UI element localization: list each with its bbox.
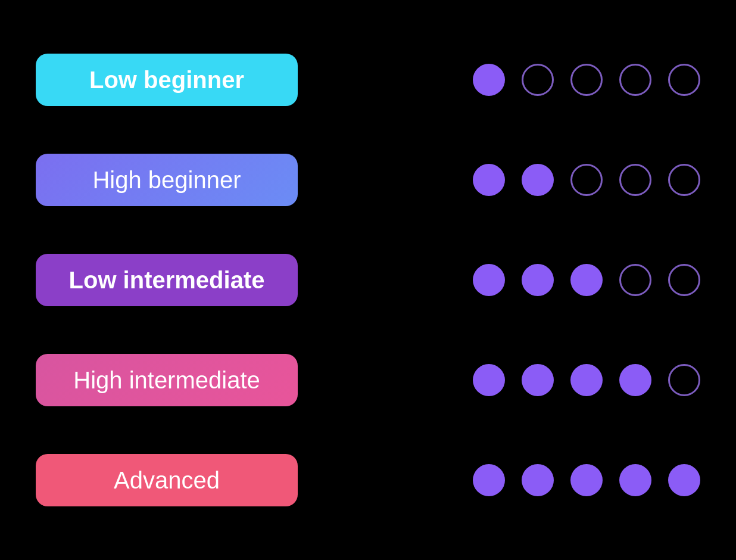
dot-advanced-2: [522, 464, 554, 496]
dot-high-intermediate-1: [473, 364, 505, 396]
level-row-low-beginner: Low beginner: [36, 30, 700, 130]
dot-advanced-1: [473, 464, 505, 496]
level-row-high-beginner: High beginner: [36, 130, 700, 230]
dot-low-beginner-1: [473, 64, 505, 96]
badge-high-intermediate[interactable]: High intermediate: [36, 354, 298, 406]
badge-low-intermediate[interactable]: Low intermediate: [36, 254, 298, 306]
dot-advanced-3: [570, 464, 603, 496]
dot-high-beginner-3: [570, 164, 603, 196]
levels-container: Low beginnerHigh beginnerLow intermediat…: [0, 0, 736, 560]
dots-low-intermediate: [473, 264, 700, 296]
dot-low-beginner-2: [522, 64, 554, 96]
dot-low-beginner-3: [570, 64, 603, 96]
level-row-advanced: Advanced: [36, 430, 700, 530]
dot-high-beginner-1: [473, 164, 505, 196]
dots-high-intermediate: [473, 364, 700, 396]
dot-high-intermediate-5: [668, 364, 700, 396]
dot-low-beginner-4: [619, 64, 651, 96]
dot-low-intermediate-5: [668, 264, 700, 296]
badge-low-beginner[interactable]: Low beginner: [36, 54, 298, 106]
dots-high-beginner: [473, 164, 700, 196]
dot-high-beginner-2: [522, 164, 554, 196]
dot-low-intermediate-4: [619, 264, 651, 296]
badge-advanced[interactable]: Advanced: [36, 454, 298, 506]
dot-high-beginner-4: [619, 164, 651, 196]
dot-high-beginner-5: [668, 164, 700, 196]
dot-low-intermediate-2: [522, 264, 554, 296]
dot-high-intermediate-2: [522, 364, 554, 396]
dot-low-intermediate-1: [473, 264, 505, 296]
badge-high-beginner[interactable]: High beginner: [36, 154, 298, 206]
level-row-high-intermediate: High intermediate: [36, 330, 700, 430]
dot-advanced-5: [668, 464, 700, 496]
dot-high-intermediate-4: [619, 364, 651, 396]
dot-low-intermediate-3: [570, 264, 603, 296]
dot-low-beginner-5: [668, 64, 700, 96]
dots-low-beginner: [473, 64, 700, 96]
level-row-low-intermediate: Low intermediate: [36, 230, 700, 330]
dot-advanced-4: [619, 464, 651, 496]
dot-high-intermediate-3: [570, 364, 603, 396]
dots-advanced: [473, 464, 700, 496]
